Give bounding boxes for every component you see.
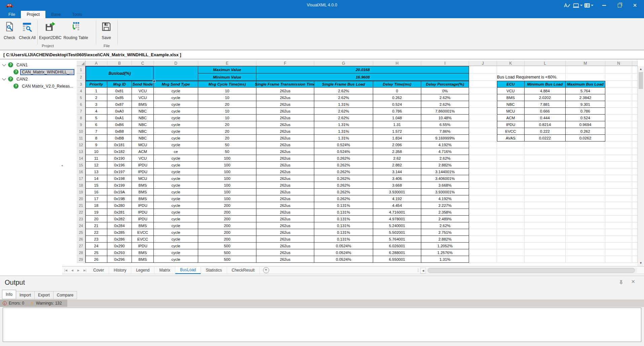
- font-tool-icon[interactable]: [563, 1, 571, 10]
- ecu-cell[interactable]: 0.524: [566, 115, 605, 121]
- data-cell[interactable]: 0.0524%: [314, 256, 373, 263]
- row-header-3[interactable]: 3: [77, 81, 85, 88]
- empty-cell[interactable]: [469, 216, 497, 222]
- scroll-down-icon[interactable]: ▼: [638, 262, 644, 264]
- empty-cell[interactable]: [469, 202, 497, 209]
- data-cell[interactable]: 262us: [256, 195, 314, 202]
- sheet-nav-next-icon[interactable]: ▶: [75, 269, 81, 272]
- empty-cell[interactable]: [566, 229, 605, 236]
- data-cell[interactable]: 262us: [256, 121, 314, 128]
- empty-cell[interactable]: [605, 168, 632, 175]
- data-cell[interactable]: cycle: [154, 175, 198, 182]
- empty-cell[interactable]: [525, 141, 566, 148]
- row-header-17[interactable]: 17: [77, 175, 85, 182]
- empty-cell[interactable]: [525, 209, 566, 216]
- data-cell[interactable]: cycle: [154, 162, 198, 168]
- empty-cell[interactable]: [497, 168, 525, 175]
- horizontal-scrollbar[interactable]: [427, 268, 637, 273]
- data-cell[interactable]: 0.262%: [314, 182, 373, 189]
- empty-cell[interactable]: [605, 175, 632, 182]
- empty-cell[interactable]: [525, 202, 566, 209]
- splitter-collapse-icon[interactable]: ◂: [61, 164, 63, 167]
- routing-table-button[interactable]: Routing Table: [63, 20, 89, 42]
- table-header-msg-id[interactable]: Msg ID: [107, 81, 132, 88]
- empty-cell[interactable]: [566, 249, 605, 256]
- data-cell[interactable]: 2.62%: [314, 108, 373, 115]
- data-cell[interactable]: ce: [154, 148, 198, 155]
- data-cell[interactable]: BMS: [132, 182, 154, 189]
- empty-cell[interactable]: [566, 202, 605, 209]
- empty-cell[interactable]: [566, 243, 605, 249]
- scroll-left-icon[interactable]: ◀: [420, 268, 426, 274]
- output-close-icon[interactable]: ✕: [631, 279, 635, 285]
- data-cell[interactable]: 0.262%: [314, 175, 373, 182]
- empty-cell[interactable]: [632, 202, 638, 209]
- empty-cell[interactable]: [469, 81, 497, 88]
- empty-cell[interactable]: [525, 216, 566, 222]
- data-cell[interactable]: 5: [85, 115, 107, 121]
- data-cell[interactable]: BMS: [132, 249, 154, 256]
- data-cell[interactable]: 4.978001: [373, 216, 421, 222]
- data-cell[interactable]: 0.262: [373, 94, 421, 101]
- data-cell[interactable]: 0%: [421, 88, 469, 94]
- data-cell[interactable]: ACM: [132, 148, 154, 155]
- ecu-header-minimum-bus-load[interactable]: Minimum Bus Load: [525, 81, 566, 88]
- empty-cell[interactable]: [566, 189, 605, 195]
- tree-item-can1[interactable]: ?CAN1: [0, 61, 62, 68]
- empty-cell[interactable]: [605, 94, 632, 101]
- empty-cell[interactable]: [497, 256, 525, 263]
- ecu-cell[interactable]: 0.0222: [525, 135, 566, 141]
- empty-cell[interactable]: [632, 175, 638, 182]
- empty-cell[interactable]: [632, 155, 638, 162]
- data-cell[interactable]: 200: [198, 222, 256, 229]
- sheet-tab-cover[interactable]: Cover: [88, 266, 109, 274]
- data-cell[interactable]: 1.834: [373, 135, 421, 141]
- empty-cell[interactable]: [605, 81, 632, 88]
- data-cell[interactable]: 2.62%: [421, 101, 469, 108]
- empty-cell[interactable]: [632, 209, 638, 216]
- row-header-24[interactable]: 24: [77, 222, 85, 229]
- ecu-cell[interactable]: VCU: [497, 88, 525, 94]
- max-value-cell[interactable]: 20.0168: [256, 66, 469, 73]
- ecu-cell[interactable]: 7.881: [525, 101, 566, 108]
- empty-cell[interactable]: [469, 175, 497, 182]
- empty-cell[interactable]: [605, 108, 632, 115]
- data-cell[interactable]: 0x181: [107, 141, 132, 148]
- save-button[interactable]: Save: [96, 20, 116, 42]
- data-cell[interactable]: 262us: [256, 175, 314, 182]
- sheet-nav-first-icon[interactable]: |◀: [62, 269, 69, 272]
- data-cell[interactable]: 0x198: [107, 175, 132, 182]
- ecu-cell[interactable]: 0.666: [525, 108, 566, 115]
- tree-item-can2[interactable]: ?CAN2: [0, 75, 62, 83]
- data-cell[interactable]: 262us: [256, 256, 314, 263]
- empty-cell[interactable]: [525, 148, 566, 155]
- empty-cell[interactable]: [469, 148, 497, 155]
- empty-cell[interactable]: [497, 155, 525, 162]
- data-cell[interactable]: 262us: [256, 202, 314, 209]
- ecu-cell[interactable]: 9.301: [566, 101, 605, 108]
- data-cell[interactable]: 20: [198, 101, 256, 108]
- data-cell[interactable]: 10: [198, 88, 256, 94]
- table-header-msg-send-type[interactable]: Msg Send Type: [154, 81, 198, 88]
- data-cell[interactable]: 262us: [256, 243, 314, 249]
- empty-cell[interactable]: [497, 249, 525, 256]
- empty-cell[interactable]: [497, 243, 525, 249]
- empty-cell[interactable]: [469, 88, 497, 94]
- data-cell[interactable]: cycle: [154, 243, 198, 249]
- data-cell[interactable]: 200: [198, 209, 256, 216]
- ecu-cell[interactable]: NBC: [497, 101, 525, 108]
- data-cell[interactable]: cycle: [154, 189, 198, 195]
- data-cell[interactable]: 0.131%: [314, 216, 373, 222]
- data-cell[interactable]: IPDU: [132, 209, 154, 216]
- empty-cell[interactable]: [605, 216, 632, 222]
- data-cell[interactable]: 21: [85, 222, 107, 229]
- data-cell[interactable]: 15: [85, 182, 107, 189]
- vertical-scroll-thumb[interactable]: [639, 72, 643, 89]
- max-value-label-cell[interactable]: Maximun Value: [198, 66, 256, 73]
- output-tab-import[interactable]: Import: [16, 291, 35, 299]
- empty-cell[interactable]: [632, 168, 638, 175]
- data-cell[interactable]: cycle: [154, 108, 198, 115]
- data-cell[interactable]: 2.882: [373, 162, 421, 168]
- empty-cell[interactable]: [497, 148, 525, 155]
- empty-cell[interactable]: [632, 141, 638, 148]
